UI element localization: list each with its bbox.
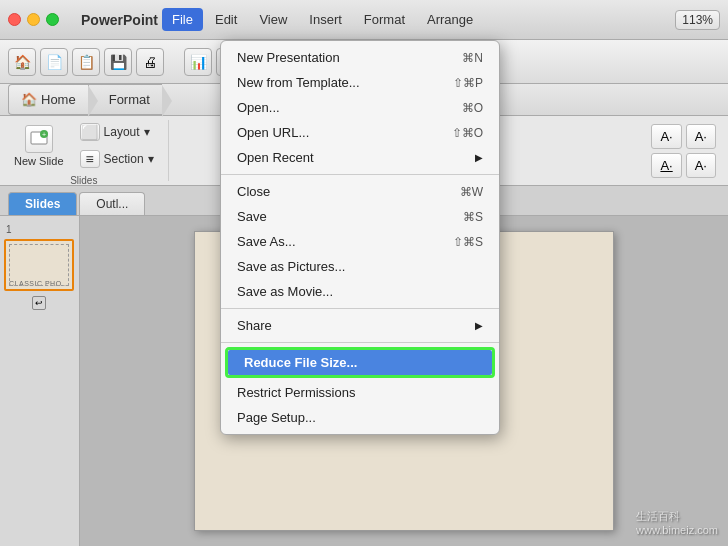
- maximize-button[interactable]: [46, 13, 59, 26]
- toolbar-icon-1[interactable]: 🏠: [8, 48, 36, 76]
- menu-save[interactable]: Save ⌘S: [221, 204, 499, 229]
- menu-save-shortcut: ⌘S: [463, 210, 483, 224]
- breadcrumb-format-label: Format: [109, 92, 150, 107]
- menu-open-label: Open...: [237, 100, 280, 115]
- layout-chevron: ▾: [144, 125, 150, 139]
- menu-items: File Edit View Insert Format Arrange: [162, 8, 483, 31]
- file-dropdown-menu: New Presentation ⌘N New from Template...…: [220, 40, 500, 435]
- watermark-line1: 生活百科: [636, 509, 718, 524]
- menu-new-presentation-shortcut: ⌘N: [462, 51, 483, 65]
- slide-thumbnail[interactable]: CLASSIC PHO...: [4, 239, 74, 291]
- menu-reduce-file-size[interactable]: Reduce File Size...: [228, 350, 492, 375]
- menu-new-presentation-label: New Presentation: [237, 50, 340, 65]
- menu-close-shortcut: ⌘W: [460, 185, 483, 199]
- section-icon: ≡: [80, 150, 100, 168]
- breadcrumb-home[interactable]: 🏠 Home: [8, 84, 88, 115]
- layout-button[interactable]: ⬜ Layout ▾: [74, 120, 160, 144]
- ribbon-buttons-slides: + New Slide ⬜ Layout ▾ ≡ Section ▾: [8, 120, 160, 171]
- menu-save-as-label: Save As...: [237, 234, 296, 249]
- menu-open-url-label: Open URL...: [237, 125, 309, 140]
- menu-share[interactable]: Share: [221, 313, 499, 338]
- menu-save-as-shortcut: ⇧⌘S: [453, 235, 483, 249]
- menu-open-recent-label: Open Recent: [237, 150, 314, 165]
- home-icon: 🏠: [21, 92, 37, 107]
- menu-new-from-template-label: New from Template...: [237, 75, 360, 90]
- new-slide-icon: +: [25, 125, 53, 153]
- close-button[interactable]: [8, 13, 21, 26]
- text-style-a2[interactable]: A·: [686, 124, 716, 149]
- menu-reduce-file-size-label: Reduce File Size...: [244, 355, 357, 370]
- layout-icon: ⬜: [80, 123, 100, 141]
- ribbon-group-slides: + New Slide ⬜ Layout ▾ ≡ Section ▾ Slide…: [8, 120, 169, 181]
- watermark: 生活百科 www.bimeiz.com: [636, 509, 718, 536]
- menu-open-recent[interactable]: Open Recent: [221, 145, 499, 170]
- slide-icon-inner: ↩: [32, 296, 46, 310]
- toolbar-icons: 🏠 📄 📋 💾 🖨 📊 🔲: [8, 48, 244, 76]
- tab-outline[interactable]: Outl...: [79, 192, 145, 215]
- menu-restrict-permissions[interactable]: Restrict Permissions: [221, 380, 499, 405]
- toolbar-icon-2[interactable]: 📄: [40, 48, 68, 76]
- section-button[interactable]: ≡ Section ▾: [74, 147, 160, 171]
- menu-item-arrange[interactable]: Arrange: [417, 8, 483, 31]
- menu-bar: PowerPoint File Edit View Insert Format …: [0, 0, 728, 40]
- menu-new-from-template-shortcut: ⇧⌘P: [453, 76, 483, 90]
- toolbar-icon-3[interactable]: 📋: [72, 48, 100, 76]
- menu-item-view[interactable]: View: [249, 8, 297, 31]
- layout-label: Layout: [104, 125, 140, 139]
- menu-open-url-shortcut: ⇧⌘O: [452, 126, 483, 140]
- menu-item-file[interactable]: File: [162, 8, 203, 31]
- menu-open[interactable]: Open... ⌘O: [221, 95, 499, 120]
- section-label: Section: [104, 152, 144, 166]
- slide-panel: 1 CLASSIC PHO... ↩: [0, 216, 80, 546]
- menu-close-label: Close: [237, 184, 270, 199]
- menu-save-as-pictures[interactable]: Save as Pictures...: [221, 254, 499, 279]
- breadcrumb-format[interactable]: Format: [88, 84, 162, 115]
- menu-save-as-movie-label: Save as Movie...: [237, 284, 333, 299]
- menu-restrict-permissions-label: Restrict Permissions: [237, 385, 355, 400]
- menu-save-as-pictures-label: Save as Pictures...: [237, 259, 345, 274]
- menu-save-as[interactable]: Save As... ⇧⌘S: [221, 229, 499, 254]
- slide-thumb-border: [9, 244, 69, 286]
- text-style-a1[interactable]: A·: [651, 124, 681, 149]
- toolbar-icon-4[interactable]: 💾: [104, 48, 132, 76]
- zoom-badge: 113%: [675, 10, 720, 30]
- minimize-button[interactable]: [27, 13, 40, 26]
- ribbon-group-slides-label: Slides: [70, 175, 97, 186]
- section-chevron: ▾: [148, 152, 154, 166]
- menu-new-from-template[interactable]: New from Template... ⇧⌘P: [221, 70, 499, 95]
- menu-item-insert[interactable]: Insert: [299, 8, 352, 31]
- breadcrumb-home-label: Home: [41, 92, 76, 107]
- separator-1: [221, 174, 499, 175]
- reduce-file-size-highlight-wrapper: Reduce File Size...: [225, 347, 495, 378]
- menu-new-presentation[interactable]: New Presentation ⌘N: [221, 45, 499, 70]
- svg-text:+: +: [42, 130, 46, 137]
- toolbar-icon-5[interactable]: 🖨: [136, 48, 164, 76]
- new-slide-button[interactable]: + New Slide: [8, 122, 70, 170]
- text-style-a3[interactable]: A·: [651, 153, 681, 178]
- separator-3: [221, 342, 499, 343]
- toolbar-icon-6[interactable]: 📊: [184, 48, 212, 76]
- menu-open-url[interactable]: Open URL... ⇧⌘O: [221, 120, 499, 145]
- new-slide-label: New Slide: [14, 155, 64, 167]
- menu-page-setup-label: Page Setup...: [237, 410, 316, 425]
- menu-open-shortcut: ⌘O: [462, 101, 483, 115]
- menu-close[interactable]: Close ⌘W: [221, 179, 499, 204]
- menu-item-format[interactable]: Format: [354, 8, 415, 31]
- text-style-a4[interactable]: A·: [686, 153, 716, 178]
- tab-slides[interactable]: Slides: [8, 192, 77, 215]
- menu-share-label: Share: [237, 318, 272, 333]
- menu-item-edit[interactable]: Edit: [205, 8, 247, 31]
- app-name[interactable]: PowerPoint: [81, 12, 158, 28]
- menu-save-label: Save: [237, 209, 267, 224]
- traffic-lights: [8, 13, 59, 26]
- slide-number: 1: [4, 224, 75, 235]
- menu-save-as-movie[interactable]: Save as Movie...: [221, 279, 499, 304]
- menu-page-setup[interactable]: Page Setup...: [221, 405, 499, 430]
- separator-2: [221, 308, 499, 309]
- watermark-line2: www.bimeiz.com: [636, 524, 718, 536]
- slide-action-icon[interactable]: ↩: [4, 295, 74, 311]
